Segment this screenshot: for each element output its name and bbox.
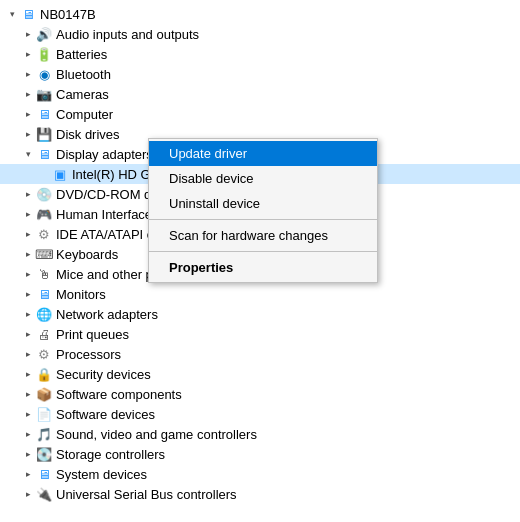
icon-soundvideo: 🎵: [36, 426, 52, 442]
chevron-nb0147b: [4, 6, 20, 22]
label-systemdevices: System devices: [56, 467, 520, 482]
chevron-mice: [20, 266, 36, 282]
chevron-systemdevices: [20, 466, 36, 482]
label-softwarecomponents: Software components: [56, 387, 520, 402]
label-softwaredevices: Software devices: [56, 407, 520, 422]
label-soundvideo: Sound, video and game controllers: [56, 427, 520, 442]
icon-audio: 🔊: [36, 26, 52, 42]
chevron-dvdcdrom: [20, 186, 36, 202]
context-menu: Update driverDisable deviceUninstall dev…: [148, 138, 378, 283]
tree-item-bluetooth[interactable]: ◉Bluetooth: [0, 64, 520, 84]
chevron-computer: [20, 106, 36, 122]
tree-item-cameras[interactable]: 📷Cameras: [0, 84, 520, 104]
icon-intelhd: ▣: [52, 166, 68, 182]
tree-item-systemdevices[interactable]: 🖥System devices: [0, 464, 520, 484]
icon-softwarecomponents: 📦: [36, 386, 52, 402]
tree-item-computer[interactable]: 🖥Computer: [0, 104, 520, 124]
tree-item-monitors[interactable]: 🖥Monitors: [0, 284, 520, 304]
chevron-cameras: [20, 86, 36, 102]
chevron-ideata: [20, 226, 36, 242]
label-processors: Processors: [56, 347, 520, 362]
icon-printqueues: 🖨: [36, 326, 52, 342]
chevron-bluetooth: [20, 66, 36, 82]
icon-bluetooth: ◉: [36, 66, 52, 82]
tree-item-storagecontrollers[interactable]: 💽Storage controllers: [0, 444, 520, 464]
tree-item-nb0147b[interactable]: 🖥NB0147B: [0, 4, 520, 24]
icon-nb0147b: 🖥: [20, 6, 36, 22]
chevron-printqueues: [20, 326, 36, 342]
tree-item-softwarecomponents[interactable]: 📦Software components: [0, 384, 520, 404]
tree-item-soundvideo[interactable]: 🎵Sound, video and game controllers: [0, 424, 520, 444]
tree-item-printqueues[interactable]: 🖨Print queues: [0, 324, 520, 344]
label-computer: Computer: [56, 107, 520, 122]
chevron-displayadapters: [20, 146, 36, 162]
label-usb: Universal Serial Bus controllers: [56, 487, 520, 502]
icon-mice: 🖱: [36, 266, 52, 282]
context-menu-item-disable-device[interactable]: Disable device: [149, 166, 377, 191]
chevron-storagecontrollers: [20, 446, 36, 462]
context-menu-item-properties[interactable]: Properties: [149, 255, 377, 280]
context-menu-item-uninstall-device[interactable]: Uninstall device: [149, 191, 377, 216]
tree-item-audio[interactable]: 🔊Audio inputs and outputs: [0, 24, 520, 44]
icon-keyboards: ⌨: [36, 246, 52, 262]
chevron-softwaredevices: [20, 406, 36, 422]
icon-storagecontrollers: 💽: [36, 446, 52, 462]
label-nb0147b: NB0147B: [40, 7, 520, 22]
label-securitydevices: Security devices: [56, 367, 520, 382]
separator-after-uninstall-device: [149, 219, 377, 220]
context-menu-item-update-driver[interactable]: Update driver: [149, 141, 377, 166]
icon-dvdcdrom: 💿: [36, 186, 52, 202]
separator-after-scan-hardware: [149, 251, 377, 252]
chevron-monitors: [20, 286, 36, 302]
chevron-diskdrives: [20, 126, 36, 142]
label-storagecontrollers: Storage controllers: [56, 447, 520, 462]
label-bluetooth: Bluetooth: [56, 67, 520, 82]
icon-cameras: 📷: [36, 86, 52, 102]
label-audio: Audio inputs and outputs: [56, 27, 520, 42]
chevron-usb: [20, 486, 36, 502]
chevron-processors: [20, 346, 36, 362]
chevron-securitydevices: [20, 366, 36, 382]
icon-usb: 🔌: [36, 486, 52, 502]
icon-computer: 🖥: [36, 106, 52, 122]
icon-systemdevices: 🖥: [36, 466, 52, 482]
label-monitors: Monitors: [56, 287, 520, 302]
tree-item-securitydevices[interactable]: 🔒Security devices: [0, 364, 520, 384]
icon-humaninterface: 🎮: [36, 206, 52, 222]
icon-ideata: ⚙: [36, 226, 52, 242]
tree-item-batteries[interactable]: 🔋Batteries: [0, 44, 520, 64]
chevron-networkadapters: [20, 306, 36, 322]
label-batteries: Batteries: [56, 47, 520, 62]
icon-displayadapters: 🖥: [36, 146, 52, 162]
icon-batteries: 🔋: [36, 46, 52, 62]
label-printqueues: Print queues: [56, 327, 520, 342]
tree-item-softwaredevices[interactable]: 📄Software devices: [0, 404, 520, 424]
label-networkadapters: Network adapters: [56, 307, 520, 322]
chevron-humaninterface: [20, 206, 36, 222]
label-cameras: Cameras: [56, 87, 520, 102]
icon-diskdrives: 💾: [36, 126, 52, 142]
chevron-soundvideo: [20, 426, 36, 442]
icon-monitors: 🖥: [36, 286, 52, 302]
tree-item-usb[interactable]: 🔌Universal Serial Bus controllers: [0, 484, 520, 504]
tree-item-networkadapters[interactable]: 🌐Network adapters: [0, 304, 520, 324]
icon-processors: ⚙: [36, 346, 52, 362]
chevron-batteries: [20, 46, 36, 62]
icon-networkadapters: 🌐: [36, 306, 52, 322]
icon-securitydevices: 🔒: [36, 366, 52, 382]
tree-item-processors[interactable]: ⚙Processors: [0, 344, 520, 364]
icon-softwaredevices: 📄: [36, 406, 52, 422]
chevron-audio: [20, 26, 36, 42]
chevron-softwarecomponents: [20, 386, 36, 402]
context-menu-item-scan-hardware[interactable]: Scan for hardware changes: [149, 223, 377, 248]
